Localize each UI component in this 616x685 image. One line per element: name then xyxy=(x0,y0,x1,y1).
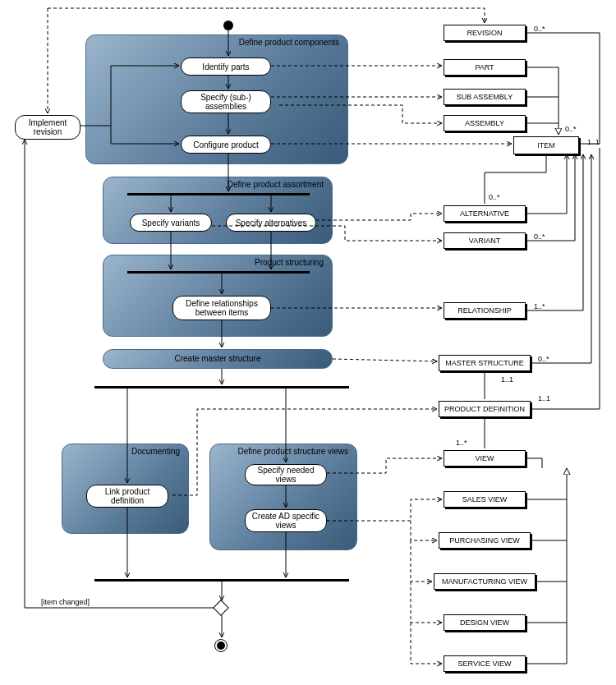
entity-alternative: ALTERNATIVE xyxy=(444,205,526,222)
guard-label: [item changed] xyxy=(41,598,90,606)
activity-identify-parts: Identify parts xyxy=(181,57,271,76)
activity-spec-views: Specify needed views xyxy=(245,464,327,485)
entity-sub-assembly: SUB ASSEMBLY xyxy=(444,89,526,105)
mult-view: 1..* xyxy=(456,439,467,447)
panel-title-master: Create master structure xyxy=(103,354,332,363)
entity-assembly: ASSEMBLY xyxy=(444,115,526,131)
mult-variant: 0..* xyxy=(534,232,545,241)
mult-revision: 0..* xyxy=(534,25,545,33)
panel-title-documenting: Documenting xyxy=(131,447,180,456)
activity-alternatives: Specify alternatives xyxy=(226,214,316,232)
fork-after-master xyxy=(94,386,349,388)
decision-node xyxy=(213,600,229,616)
initial-node xyxy=(223,21,233,30)
activity-specify-sub: Specify (sub-) assemblies xyxy=(181,90,271,113)
activity-relationships: Define relationships between items xyxy=(172,296,271,320)
entity-design-view: DESIGN VIEW xyxy=(444,614,526,631)
entity-service-view: SERVICE VIEW xyxy=(444,655,526,672)
mult-alternative: 0..* xyxy=(489,193,500,201)
activity-create-ad: Create AD specific views xyxy=(245,509,327,532)
entity-item: ITEM xyxy=(513,136,579,154)
panel-title-views: Define product structure views xyxy=(237,447,348,456)
panel-title-components: Define product components xyxy=(239,38,339,47)
activity-configure: Configure product xyxy=(181,136,271,154)
mult-item-b: 1..1 xyxy=(587,138,600,146)
panel-master: Create master structure xyxy=(103,349,333,369)
mult-ms: 0..* xyxy=(538,355,549,363)
entity-purchasing-view: PURCHASING VIEW xyxy=(439,532,531,549)
entity-master-structure: MASTER STRUCTURE xyxy=(439,355,531,371)
panel-title-structuring: Product structuring xyxy=(255,258,324,267)
entity-revision: REVISION xyxy=(444,25,526,41)
mult-pd2: 1..1 xyxy=(538,394,550,402)
activity-variants: Specify variants xyxy=(130,214,212,232)
entity-product-def: PRODUCT DEFINITION xyxy=(439,401,531,417)
entity-view: VIEW xyxy=(444,450,526,467)
entity-variant: VARIANT xyxy=(444,232,526,249)
entity-relationship: RELATIONSHIP xyxy=(444,302,526,319)
entity-sales-view: SALES VIEW xyxy=(444,491,526,508)
join-final xyxy=(94,579,349,582)
final-node xyxy=(214,639,228,652)
panel-views: Define product structure views xyxy=(209,444,357,550)
panel-title-assortment: Define product assortment xyxy=(228,180,324,189)
mult-pd1: 1..1 xyxy=(501,375,513,384)
activity-implement-revision: Implement revision xyxy=(15,115,80,140)
mult-relationship: 1..* xyxy=(534,302,545,310)
join-structuring xyxy=(127,271,310,274)
panel-assortment: Define product assortment xyxy=(103,177,333,244)
entity-part: PART xyxy=(444,59,526,76)
fork-assortment xyxy=(127,193,310,195)
entity-manufacturing-view: MANUFACTURING VIEW xyxy=(434,573,536,590)
mult-item-a: 0..* xyxy=(565,125,577,133)
activity-link-pd: Link product definition xyxy=(86,485,168,508)
